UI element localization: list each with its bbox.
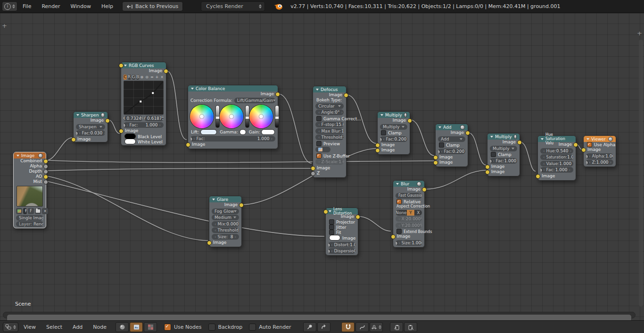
collapse-icon[interactable] — [212, 199, 215, 200]
channel-g-button[interactable]: G — [132, 75, 135, 80]
correction-formula-select[interactable]: Lift/Gamma/Gain — [234, 98, 275, 103]
dispersion-field[interactable]: Dispersio0.000 — [328, 248, 355, 254]
node-header[interactable]: Color Balance — [188, 85, 278, 92]
y-percent-field[interactable]: Y:20.000% — [396, 223, 422, 228]
collapse-icon[interactable] — [396, 183, 399, 185]
node-image[interactable]: Image Combined Alpha Depth AO Mist fsted… — [13, 152, 46, 228]
texture-tree-button[interactable] — [144, 322, 157, 332]
editor-type-stepper[interactable] — [12, 4, 15, 8]
auto-render-checkbox[interactable] — [249, 324, 256, 331]
use-nodes-checkbox[interactable] — [164, 324, 171, 331]
snap-target-button[interactable] — [370, 322, 383, 332]
blur-filter-select[interactable]: Fast Gaussian — [396, 193, 422, 199]
render-layer-select[interactable]: Layer: RenderLa — [16, 221, 43, 227]
fac-field[interactable]: Fac: 1.000 — [124, 122, 164, 128]
fac-field[interactable]: Fac: 0.030 — [76, 130, 105, 136]
alpha-field[interactable]: Alpha:1.000 — [586, 153, 613, 159]
point-y-field[interactable]: Y 0.61875 — [144, 116, 164, 121]
clamp-checkbox[interactable]: Clamp — [378, 130, 410, 135]
image-source-select[interactable]: Single Image — [16, 215, 43, 221]
backdrop-checkbox[interactable] — [208, 324, 215, 331]
blend-mode-select[interactable]: Add — [438, 136, 465, 142]
image-datablock-icon[interactable] — [16, 208, 22, 214]
back-to-previous-button[interactable]: Back to Previous — [122, 1, 183, 11]
node-sharpen[interactable]: Sharpen Image Sharpen Fac: 0.030 Image — [73, 111, 108, 142]
socket-image-in[interactable] — [581, 148, 586, 152]
socket-fac-in[interactable] — [124, 123, 126, 128]
distort-field[interactable]: Distort:1.000 — [328, 242, 355, 248]
node-blur[interactable]: Blur Image Fast Gaussian Relative Aspect… — [393, 180, 425, 248]
use-alpha-checkbox[interactable]: Use Alpha — [584, 142, 616, 147]
saturation-field[interactable]: Saturation:1.000 — [540, 154, 573, 160]
menu-window[interactable]: Window — [66, 3, 96, 9]
socket-fac-in[interactable] — [438, 150, 440, 154]
socket-image-in[interactable] — [119, 129, 124, 133]
gamma-swatch[interactable] — [239, 129, 246, 135]
fac-field[interactable]: Fac:0.200 — [438, 149, 465, 154]
socket-image-out[interactable] — [105, 118, 110, 123]
socket-image-in[interactable] — [311, 166, 315, 171]
channel-c-button[interactable]: C — [124, 75, 127, 80]
menu-add[interactable]: Add — [67, 324, 88, 330]
curve-tools-icon[interactable]: ≡ — [150, 75, 154, 80]
relative-checkbox[interactable]: Relative — [393, 199, 424, 204]
glare-type-select[interactable]: Fog Glow — [212, 208, 239, 214]
node-preview-icon[interactable] — [38, 153, 43, 158]
collapse-icon[interactable] — [586, 138, 589, 140]
node-header[interactable]: Add — [436, 124, 468, 130]
gain-value-slider[interactable] — [275, 105, 279, 128]
render-engine-select[interactable]: Cycles Render — [201, 1, 265, 11]
size-field[interactable]: Size:1.000 — [396, 240, 422, 246]
socket-image-in[interactable] — [323, 209, 328, 214]
open-image-button[interactable] — [35, 208, 41, 214]
gain-color-wheel[interactable] — [249, 105, 273, 128]
jitter-checkbox[interactable]: Jitter — [326, 225, 358, 230]
point-x-field[interactable]: X 0.73249 — [124, 116, 143, 121]
node-color-balance[interactable]: Color Balance Image Correction Formula: … — [188, 85, 278, 149]
unlink-button[interactable]: × — [42, 208, 48, 214]
copy-nodes-button[interactable] — [390, 322, 403, 332]
clipping-icon[interactable]: + — [156, 75, 159, 80]
collapse-icon[interactable] — [329, 210, 331, 212]
go-to-parent-button[interactable] — [317, 322, 330, 332]
gain-swatch[interactable] — [261, 129, 275, 135]
socket-image2-in[interactable] — [433, 160, 438, 165]
size-field[interactable]: Size:8 — [212, 234, 239, 240]
lift-swatch[interactable] — [200, 129, 217, 135]
curve-editor[interactable] — [124, 81, 164, 115]
gamma-color-wheel[interactable] — [220, 105, 243, 128]
angle-field[interactable]: Angle:0° — [315, 109, 344, 115]
socket-image-in[interactable] — [186, 142, 190, 147]
socket-image-out[interactable] — [239, 203, 244, 208]
node-header[interactable]: Glare — [209, 196, 241, 202]
paste-nodes-button[interactable] — [404, 322, 417, 332]
node-viewer[interactable]: Viewer Use Alpha Image Alpha:1.000 Z:1.0… — [583, 135, 616, 167]
socket-image-in[interactable] — [536, 174, 540, 179]
socket-fac-in[interactable] — [76, 131, 78, 136]
socket-image-out[interactable] — [422, 187, 427, 192]
node-defocus[interactable]: Defocus Image Bokeh Type: Circular Angle… — [313, 86, 347, 178]
socket-image-out[interactable] — [344, 93, 348, 98]
aspect-none-button[interactable]: None — [396, 210, 407, 216]
menu-help[interactable]: Help — [96, 3, 118, 9]
collapse-icon[interactable] — [438, 126, 441, 128]
glare-quality-select[interactable]: Medium — [212, 215, 239, 220]
white-level-swatch[interactable] — [124, 139, 136, 144]
snap-target-stepper[interactable] — [379, 325, 381, 329]
menu-node[interactable]: Node — [88, 324, 112, 330]
socket-image-in[interactable] — [207, 241, 212, 245]
socket-image-in[interactable] — [391, 234, 396, 239]
socket-ao[interactable] — [43, 175, 48, 179]
node-header[interactable]: RGB Curves — [121, 62, 166, 68]
socket-image-out[interactable] — [465, 131, 470, 135]
vertical-scrollbar[interactable] — [639, 40, 643, 307]
shader-tree-button[interactable] — [116, 322, 129, 332]
menu-file[interactable]: File — [17, 3, 36, 9]
fstop-field[interactable]: F-stop:15.000 — [315, 122, 344, 127]
menu-select[interactable]: Select — [41, 324, 67, 330]
socket-image1-in[interactable] — [375, 143, 380, 148]
collapse-icon[interactable] — [316, 89, 319, 91]
collapse-icon[interactable] — [76, 114, 79, 116]
engine-stepper[interactable] — [259, 4, 262, 8]
zoom-in-icon[interactable]: ⊕ — [140, 75, 143, 80]
